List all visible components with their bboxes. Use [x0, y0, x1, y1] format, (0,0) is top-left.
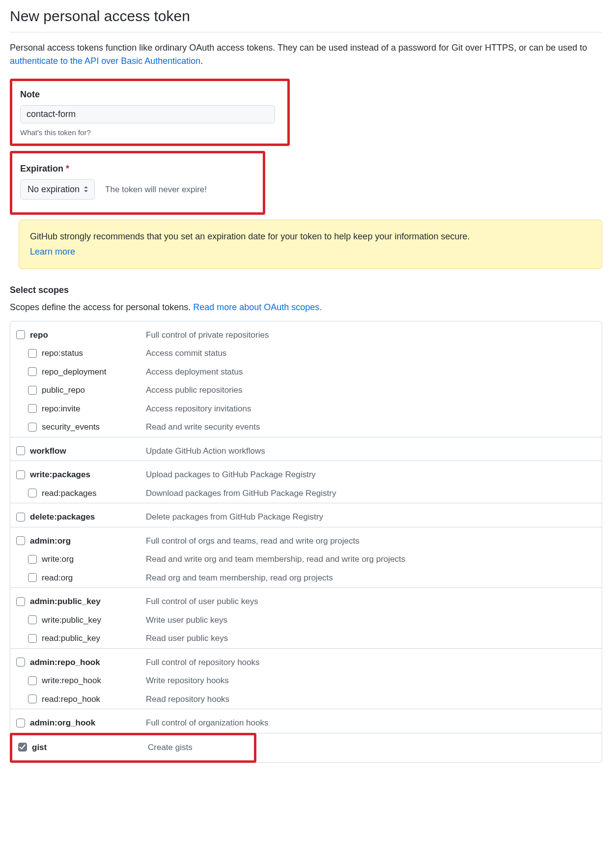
- scope-row: write:public_keyWrite user public keys: [10, 611, 602, 630]
- scope-name: write:packages: [30, 468, 90, 481]
- scope-name: security_events: [42, 421, 100, 434]
- scope-checkbox[interactable]: [16, 446, 25, 455]
- intro-text: Personal access tokens function like ord…: [10, 41, 602, 68]
- scope-checkbox[interactable]: [28, 349, 37, 358]
- scope-checkbox[interactable]: [28, 694, 37, 703]
- scope-checkbox[interactable]: [28, 489, 37, 497]
- note-section-highlight: Note What's this token for?: [10, 79, 290, 146]
- expiration-select[interactable]: No expiration: [20, 179, 95, 200]
- scope-description: Full control of private repositories: [146, 329, 269, 342]
- scope-check-cell: read:org: [16, 572, 146, 584]
- scope-check-cell: write:packages: [16, 468, 146, 481]
- scope-name: read:packages: [42, 487, 97, 500]
- scope-checkbox[interactable]: [28, 404, 37, 413]
- scope-row: repoFull control of private repositories: [10, 326, 602, 345]
- scope-row: read:packagesDownload packages from GitH…: [10, 485, 602, 503]
- scope-row: write:repo_hookWrite repository hooks: [10, 672, 602, 691]
- scopes-subtext: Scopes define the access for personal to…: [10, 301, 602, 314]
- scope-check-cell: delete:packages: [16, 511, 146, 523]
- scope-row: admin:orgFull control of orgs and teams,…: [10, 532, 602, 551]
- scope-check-cell: admin:org: [16, 535, 146, 548]
- intro-auth-link[interactable]: authenticate to the API over Basic Authe…: [10, 56, 200, 66]
- note-input[interactable]: [20, 105, 275, 123]
- scope-row: admin:org_hookFull control of organizati…: [10, 714, 602, 733]
- scope-row: admin:repo_hookFull control of repositor…: [10, 654, 602, 672]
- scope-description: Read org and team membership, read org p…: [146, 572, 333, 584]
- scope-name: repo: [30, 329, 48, 342]
- scope-checkbox[interactable]: [16, 470, 25, 479]
- scope-check-cell: gist: [18, 741, 148, 754]
- scope-checkbox[interactable]: [28, 555, 37, 564]
- scope-row: repo:statusAccess commit status: [10, 345, 602, 363]
- scope-description: Read and write org and team membership, …: [146, 553, 405, 566]
- scope-name: write:public_key: [42, 614, 101, 627]
- scope-row: read:public_keyRead user public keys: [10, 630, 602, 648]
- select-chevron-icon: [83, 185, 89, 194]
- scope-check-cell: write:public_key: [16, 614, 146, 627]
- scope-checkbox[interactable]: [16, 597, 25, 606]
- scope-group: workflowUpdate GitHub Action workflows: [10, 437, 602, 462]
- scopes-heading: Select scopes: [10, 284, 602, 297]
- scope-group: delete:packagesDelete packages from GitH…: [10, 503, 602, 527]
- scope-description: Full control of organization hooks: [146, 717, 268, 729]
- scope-row: read:repo_hookRead repository hooks: [10, 691, 602, 709]
- scope-description: Download packages from GitHub Package Re…: [146, 487, 336, 500]
- scope-check-cell: read:repo_hook: [16, 693, 146, 706]
- scope-checkbox[interactable]: [28, 573, 37, 582]
- scope-checkbox[interactable]: [28, 615, 37, 624]
- scope-checkbox[interactable]: [16, 719, 25, 727]
- scope-name: admin:repo_hook: [30, 656, 100, 669]
- scope-check-cell: workflow: [16, 445, 146, 458]
- scope-name: repo:invite: [42, 403, 80, 415]
- scope-checkbox[interactable]: [16, 330, 25, 339]
- scope-check-cell: admin:org_hook: [16, 717, 146, 729]
- scope-row: delete:packagesDelete packages from GitH…: [10, 508, 602, 527]
- scope-description: Read user public keys: [146, 632, 228, 645]
- scope-checkbox[interactable]: [16, 536, 25, 545]
- scope-checkbox[interactable]: [16, 658, 25, 666]
- scope-checkbox[interactable]: [18, 743, 27, 752]
- scope-group-gist: gistCreate gists: [10, 733, 602, 763]
- gist-highlight: gistCreate gists: [10, 733, 256, 763]
- scopes-doc-link[interactable]: Read more about OAuth scopes.: [193, 302, 322, 312]
- scope-description: Full control of repository hooks: [146, 656, 260, 669]
- scope-name: read:public_key: [42, 632, 100, 645]
- scope-row: read:orgRead org and team membership, re…: [10, 569, 602, 588]
- scope-group: admin:public_keyFull control of user pub…: [10, 588, 602, 649]
- scopes-sub-text: Scopes define the access for personal to…: [10, 302, 193, 312]
- scope-check-cell: write:org: [16, 553, 146, 566]
- scope-check-cell: read:public_key: [16, 632, 146, 645]
- flash-learn-more-link[interactable]: Learn more: [30, 245, 591, 259]
- scope-name: gist: [32, 741, 47, 754]
- scope-row: workflowUpdate GitHub Action workflows: [10, 442, 602, 461]
- scope-checkbox[interactable]: [28, 676, 37, 685]
- scope-check-cell: read:packages: [16, 487, 146, 500]
- expiration-warning-flash: GitHub strongly recommends that you set …: [19, 220, 602, 269]
- scope-check-cell: public_repo: [16, 384, 146, 397]
- scope-description: Access public repositories: [146, 384, 243, 397]
- scope-checkbox[interactable]: [28, 386, 37, 395]
- scope-description: Read and write security events: [146, 421, 260, 434]
- intro-text-1: Personal access tokens function like ord…: [10, 43, 587, 53]
- scope-description: Write user public keys: [146, 614, 227, 627]
- scope-checkbox[interactable]: [28, 634, 37, 643]
- scope-description: Write repository hooks: [146, 674, 229, 687]
- page-title: New personal access token: [10, 5, 602, 32]
- scope-description: Read repository hooks: [146, 693, 229, 706]
- scope-check-cell: admin:public_key: [16, 595, 146, 608]
- scope-row: security_eventsRead and write security e…: [10, 418, 602, 437]
- scope-check-cell: write:repo_hook: [16, 674, 146, 687]
- scope-group: write:packagesUpload packages to GitHub …: [10, 461, 602, 503]
- scope-row: repo:inviteAccess repository invitations: [10, 400, 602, 419]
- scope-checkbox[interactable]: [16, 513, 25, 521]
- expiration-value: No expiration: [28, 183, 80, 196]
- scope-row: public_repoAccess public repositories: [10, 381, 602, 400]
- intro-text-2: .: [200, 56, 203, 66]
- scope-checkbox[interactable]: [28, 423, 37, 432]
- scope-checkbox[interactable]: [28, 367, 37, 376]
- note-hint: What's this token for?: [20, 127, 279, 139]
- scope-name: admin:public_key: [30, 595, 101, 608]
- expiration-label-text: Expiration: [20, 164, 63, 174]
- scope-name: workflow: [30, 445, 66, 458]
- scope-description: Access deployment status: [146, 366, 243, 378]
